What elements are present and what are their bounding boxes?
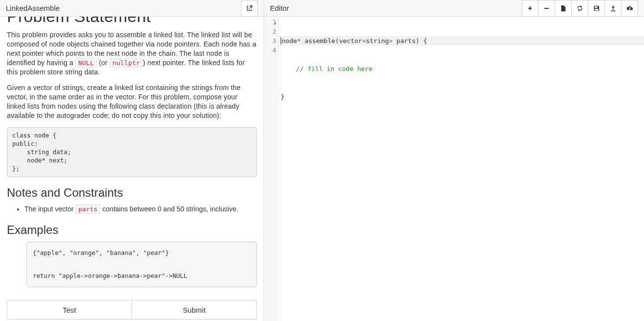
text-cursor	[281, 37, 281, 45]
code-line: // fill in code here	[281, 64, 644, 73]
problem-header: LinkedAssemble	[0, 0, 264, 17]
submit-button[interactable]: Submit	[132, 300, 257, 320]
refresh-button[interactable]	[572, 0, 588, 17]
example-block: {"apple", "orange", "banana", "pear"} re…	[26, 242, 257, 287]
notes-list: The input vector parts contains between …	[7, 205, 257, 214]
open-external-button[interactable]	[241, 0, 258, 17]
code-line: node* assemble(vector<string> parts) {	[281, 36, 644, 46]
problem-para-2: Given a vector of strings, create a link…	[7, 83, 257, 120]
problem-title: LinkedAssemble	[6, 4, 60, 12]
code-line	[281, 120, 644, 129]
code-nullptr: nullptr	[110, 58, 143, 68]
code-line: }	[281, 92, 644, 101]
problem-pane: LinkedAssemble Problem Statement This pr…	[0, 0, 264, 321]
editor-title: Editor	[270, 4, 289, 12]
save-button[interactable]	[588, 0, 605, 17]
cloud-upload-icon	[626, 5, 633, 12]
editor-toolbar: + −	[522, 0, 638, 17]
editor-header: Editor + −	[264, 0, 644, 17]
examples-heading: Examples	[7, 223, 257, 237]
gutter-line: 4	[264, 46, 276, 55]
code-null: NULL	[75, 58, 97, 68]
refresh-icon	[577, 5, 583, 12]
code-area[interactable]: node* assemble(vector<string> parts) { /…	[279, 17, 644, 321]
gutter-line: 1▾	[264, 18, 276, 27]
note-item: The input vector parts contains between …	[24, 205, 257, 214]
minus-icon: −	[544, 4, 549, 13]
new-file-button[interactable]	[555, 0, 572, 17]
problem-statement-heading: Problem Statement	[7, 17, 257, 24]
problem-para-1: This problem provides asks you to assemb…	[7, 30, 257, 76]
external-link-icon	[246, 5, 253, 12]
problem-body[interactable]: Problem Statement This problem provides …	[0, 17, 264, 321]
problem-text: This problem provides asks you to assemb…	[7, 30, 257, 120]
editor-pane: Editor + −	[264, 0, 644, 321]
save-icon	[593, 5, 600, 12]
gutter-line: 2	[264, 27, 276, 36]
zoom-out-button[interactable]: −	[538, 0, 555, 17]
gutter-line: 3	[264, 36, 276, 46]
action-buttons: Test Submit	[7, 300, 257, 320]
class-declaration-code: class node { public: string data; node* …	[7, 127, 257, 177]
upload-button[interactable]	[605, 0, 622, 17]
upload-icon	[610, 5, 617, 12]
file-icon	[560, 5, 567, 12]
code-editor[interactable]: 1▾ 2 3 4 node* assemble(vector<string> p…	[264, 17, 644, 321]
notes-heading: Notes and Constraints	[7, 186, 257, 200]
zoom-in-button[interactable]: +	[522, 0, 538, 17]
line-gutter: 1▾ 2 3 4	[264, 17, 279, 321]
test-button[interactable]: Test	[7, 300, 132, 320]
cloud-upload-button[interactable]	[622, 0, 638, 17]
code-parts: parts	[75, 205, 100, 214]
plus-icon: +	[528, 4, 532, 12]
